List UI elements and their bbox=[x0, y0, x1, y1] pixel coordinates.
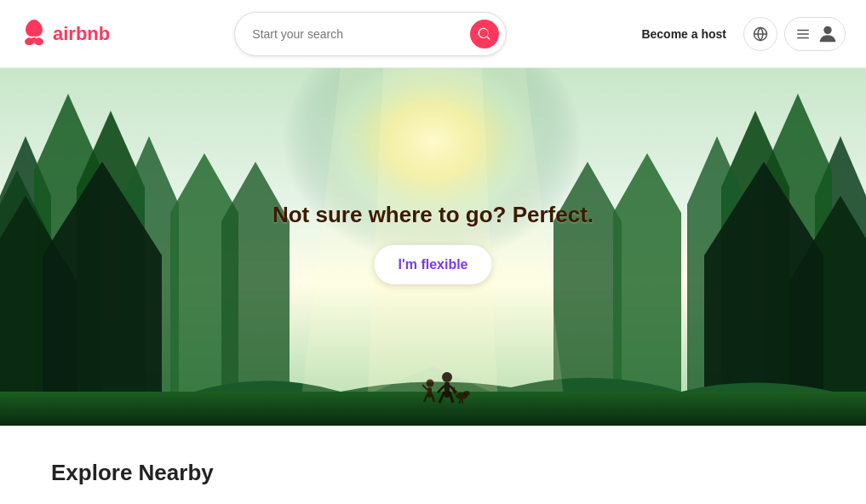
svg-point-4 bbox=[823, 26, 831, 33]
svg-rect-15 bbox=[427, 387, 432, 398]
search-button[interactable] bbox=[470, 20, 499, 49]
globe-icon bbox=[753, 26, 768, 42]
logo[interactable]: airbnb bbox=[20, 19, 110, 49]
explore-section: Explore Nearby London 45-minute drive bbox=[0, 426, 866, 504]
svg-point-14 bbox=[427, 380, 434, 387]
hero-content: Not sure where to go? Perfect. I'm flexi… bbox=[272, 202, 594, 284]
airbnb-logo-icon bbox=[20, 19, 48, 49]
flexible-button[interactable]: I'm flexible bbox=[374, 245, 491, 284]
become-host-button[interactable]: Become a host bbox=[631, 20, 737, 48]
search-icon bbox=[478, 27, 491, 41]
logo-text: airbnb bbox=[53, 23, 110, 45]
user-icon bbox=[816, 22, 840, 46]
svg-point-8 bbox=[442, 372, 452, 382]
svg-point-20 bbox=[464, 391, 470, 396]
globe-button[interactable] bbox=[743, 17, 777, 51]
explore-title: Explore Nearby bbox=[51, 460, 815, 486]
hero-tagline: Not sure where to go? Perfect. bbox=[272, 202, 594, 228]
hero-section: Not sure where to go? Perfect. I'm flexi… bbox=[0, 68, 866, 426]
search-input[interactable] bbox=[252, 27, 470, 41]
search-bar bbox=[234, 12, 507, 56]
hamburger-icon bbox=[795, 26, 811, 42]
header: airbnb Become a host bbox=[0, 0, 866, 68]
menu-user-button[interactable] bbox=[784, 17, 846, 51]
svg-rect-9 bbox=[444, 382, 450, 398]
nav-right: Become a host bbox=[631, 17, 846, 51]
